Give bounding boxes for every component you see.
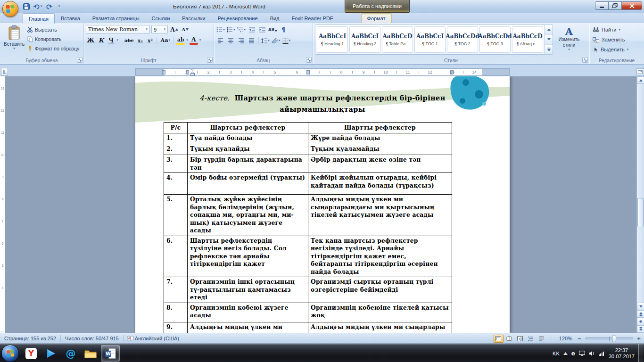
doc-table-cell[interactable]: Әрбір дарақтың жеке өзіне тән xyxy=(308,155,452,173)
gallery-scroll-down-button[interactable] xyxy=(545,35,553,44)
doc-table-cell[interactable]: Алдыңғы мидың үлкен ми сыңарлары алынып … xyxy=(308,322,452,333)
ribbon-tab-8[interactable]: Foxit Reader PDF xyxy=(286,13,339,23)
style-gallery-item[interactable]: AaBbCcD¶ Table Pa... xyxy=(382,26,413,53)
style-gallery-item[interactable]: AaBbCcD¶ Абзац с... xyxy=(512,26,543,53)
doc-table-cell[interactable]: Туа пайда болады xyxy=(188,133,308,144)
decrease-indent-button[interactable] xyxy=(247,25,256,34)
doc-table-cell[interactable]: Тек қана шартсыз рефлекстер негізінде тү… xyxy=(308,236,452,277)
style-gallery-item[interactable]: AaBbCcI¶ Heading 2 xyxy=(349,26,380,53)
undo-button[interactable]: ▾ xyxy=(32,2,43,11)
align-center-button[interactable] xyxy=(226,36,236,45)
language-indicator[interactable]: Английский (США) xyxy=(134,336,180,341)
doc-table-cell[interactable]: Организмнің көбеюі жүзеге асады xyxy=(188,303,308,322)
word-count[interactable]: Число слов: 50/47 915 xyxy=(64,336,120,341)
style-gallery-item[interactable]: AaBbCcI¶ TOC 1 xyxy=(414,26,446,53)
doc-table-cell[interactable]: Алдыңғы мидың үлкен ми сыңарларындағы ми… xyxy=(308,195,452,236)
repeat-button[interactable] xyxy=(44,2,54,11)
change-case-button[interactable]: Аа▾ xyxy=(159,36,171,45)
select-button[interactable]: Выделить▾ xyxy=(591,45,642,54)
doc-table-cell[interactable]: 6. xyxy=(164,236,188,277)
doc-table-header-cell[interactable]: Шартсыз рефлекстер xyxy=(188,123,308,133)
ribbon-tab-3[interactable]: Разметка страницы xyxy=(86,13,146,23)
cut-button[interactable]: Вырезать xyxy=(26,25,80,33)
indent-markers[interactable] xyxy=(190,69,195,76)
volume-icon[interactable] xyxy=(589,351,595,356)
clipboard-dialog-launcher[interactable] xyxy=(77,57,83,63)
font-dialog-launcher[interactable] xyxy=(207,57,213,63)
start-button[interactable] xyxy=(1,345,19,362)
style-gallery-item[interactable]: AaBbCcI¶ Heading 1 xyxy=(317,26,348,53)
hidden-icons-chevron[interactable] xyxy=(563,352,568,355)
doc-table-header-cell[interactable]: Шартты рефлекстер xyxy=(308,123,452,133)
doc-table-cell[interactable]: 5. xyxy=(164,195,188,236)
underline-dropdown-icon[interactable]: ▾ xyxy=(116,39,118,42)
ribbon-tab-6[interactable]: Рецензирование xyxy=(212,13,264,23)
doc-table-cell[interactable]: 2. xyxy=(164,144,188,155)
doc-table-cell[interactable]: Организмнің көбеюіне тікелей қатысы жоқ xyxy=(308,303,452,322)
style-gallery-item[interactable]: AaBbCcDd¶ TOC 3 xyxy=(479,26,511,53)
gallery-more-button[interactable] xyxy=(545,45,553,54)
change-styles-button[interactable]: А Изменить стили ▾ xyxy=(555,25,583,51)
show-desktop-button[interactable] xyxy=(638,344,643,362)
ruler-toggle-button[interactable] xyxy=(636,68,644,76)
borders-button[interactable]: ▾ xyxy=(282,36,291,45)
doc-table-cell[interactable]: Тұқым қуалайды xyxy=(188,144,308,155)
document-page[interactable]: 4-кесте. Шартсыз және шартты рефлекстерд… xyxy=(135,76,510,333)
styles-dialog-launcher[interactable] xyxy=(582,57,588,63)
select-browse-object-button[interactable] xyxy=(637,318,644,325)
network-icon[interactable] xyxy=(599,351,605,356)
outline-view-button[interactable] xyxy=(526,335,536,343)
doc-table-cell[interactable]: 9. xyxy=(164,322,188,333)
ribbon-tab-5[interactable]: Рассылки xyxy=(176,13,211,23)
doc-table-cell[interactable]: 8. xyxy=(164,303,188,322)
align-left-button[interactable] xyxy=(216,36,225,45)
subscript-button[interactable]: x₂ xyxy=(136,36,144,45)
ribbon-tab-4[interactable]: Ссылки xyxy=(146,13,176,23)
zoom-in-button[interactable]: + xyxy=(636,336,642,342)
taskbar-mail-agent-button[interactable]: @ xyxy=(61,345,80,362)
doc-table-cell[interactable]: 3. xyxy=(164,155,188,173)
next-page-button[interactable] xyxy=(637,325,644,333)
document-title[interactable]: 4-кесте. Шартсыз және шартты рефлекстерд… xyxy=(135,92,510,115)
align-right-button[interactable] xyxy=(237,36,246,45)
font-color-dropdown-icon[interactable]: ▾ xyxy=(199,39,201,42)
taskbar-explorer-button[interactable] xyxy=(81,345,100,362)
taskbar-player-button[interactable] xyxy=(41,345,60,362)
grow-font-button[interactable]: А xyxy=(169,25,179,34)
ribbon-tab-1[interactable]: Главная xyxy=(23,13,55,24)
zoom-slider-thumb[interactable] xyxy=(612,336,616,342)
tray-display-icon[interactable] xyxy=(579,351,585,356)
doc-table-cell[interactable]: Өмір бойы өзгермейді (тұрақты) xyxy=(188,173,308,195)
zoom-out-button[interactable]: − xyxy=(576,336,583,342)
justify-button[interactable] xyxy=(247,36,256,45)
paragraph-dialog-launcher[interactable] xyxy=(306,57,312,63)
save-button[interactable] xyxy=(22,2,31,11)
doc-table-cell[interactable]: Алдыңғы мидың үлкен ми сыңарлары алынып … xyxy=(188,322,308,333)
doc-table-cell[interactable]: Организмнің ішкі ортасының тұ-рақтылығын… xyxy=(188,277,308,303)
web-layout-view-button[interactable] xyxy=(515,335,525,343)
taskbar-yandex-button[interactable]: Y xyxy=(22,345,41,362)
gallery-scroll-up-button[interactable] xyxy=(545,25,553,34)
previous-page-button[interactable] xyxy=(637,310,644,318)
minimize-button[interactable] xyxy=(595,1,609,10)
doc-table-header-cell[interactable]: Р/с xyxy=(164,123,188,133)
line-spacing-button[interactable]: ▾ xyxy=(261,36,270,45)
style-gallery-item[interactable]: AaBbCcDd¶ TOC 2 xyxy=(447,26,478,53)
show-marks-button[interactable]: ¶ xyxy=(279,25,288,34)
format-painter-button[interactable]: Формат по образцу xyxy=(26,44,80,52)
taskbar-word-button[interactable]: W xyxy=(101,345,120,362)
scroll-down-button[interactable] xyxy=(637,303,644,310)
italic-button[interactable]: К xyxy=(97,36,105,45)
clock[interactable]: 22:37 30.07.2017 xyxy=(609,347,635,360)
sort-button[interactable]: АЯ xyxy=(268,25,278,34)
replace-button[interactable]: Заменить xyxy=(591,35,642,44)
table-column-grip[interactable] xyxy=(306,70,310,74)
print-layout-view-button[interactable] xyxy=(494,335,504,343)
close-button[interactable] xyxy=(621,1,642,10)
proofing-status-icon[interactable] xyxy=(127,336,134,341)
strikethrough-button[interactable]: abc xyxy=(124,36,135,45)
find-button[interactable]: Найти▾ xyxy=(591,25,642,34)
ribbon-tab-2[interactable]: Вставка xyxy=(55,13,86,23)
office-button[interactable] xyxy=(2,1,18,17)
doc-table-cell[interactable]: 7. xyxy=(164,277,188,303)
